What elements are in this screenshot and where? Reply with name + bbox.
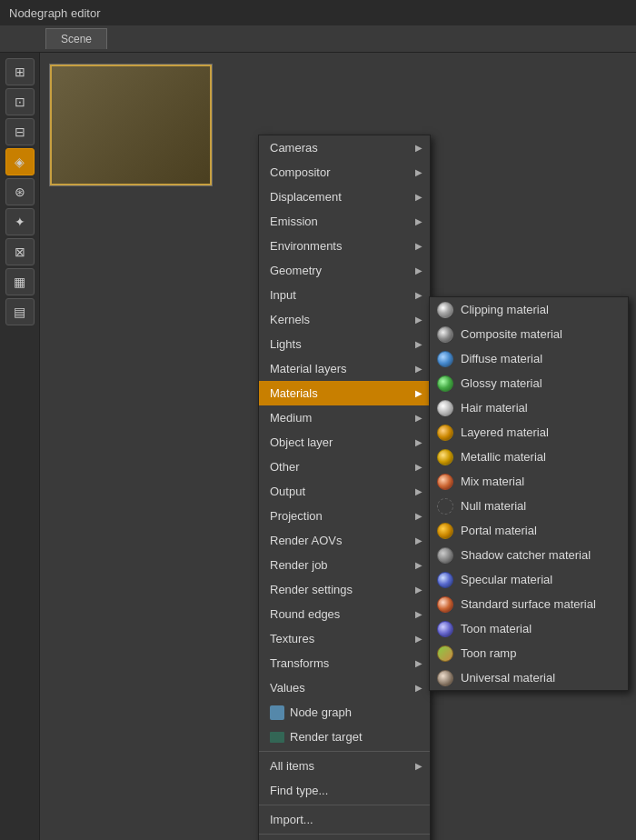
menu-kernels[interactable]: Kernels ▶ — [259, 307, 430, 332]
menu-other-label: Other — [270, 460, 300, 474]
menu-node-graph[interactable]: Node graph — [259, 700, 430, 725]
menu-object-layer[interactable]: Object layer ▶ — [259, 430, 430, 455]
sidebar-btn-9[interactable]: ▤ — [5, 298, 35, 325]
sidebar-btn-5[interactable]: ⊛ — [5, 178, 35, 205]
menu-render-job[interactable]: Render job ▶ — [259, 553, 430, 577]
menu-displacement[interactable]: Displacement ▶ — [259, 185, 430, 209]
portal-material-icon — [437, 523, 453, 539]
diffuse-material-icon — [437, 351, 453, 367]
emission-arrow: ▶ — [415, 216, 422, 226]
submenu-toon-material[interactable]: Toon material — [430, 616, 628, 641]
output-arrow: ▶ — [415, 486, 422, 496]
menu-input[interactable]: Input ▶ — [259, 283, 430, 307]
sidebar-btn-2[interactable]: ⊡ — [5, 88, 35, 115]
menu-lights[interactable]: Lights ▶ — [259, 332, 430, 356]
submenu-diffuse-material[interactable]: Diffuse material — [430, 346, 628, 371]
submenu-metallic-material[interactable]: Metallic material — [430, 445, 628, 469]
menu-import-label: Import... — [270, 813, 313, 826]
submenu-composite-material[interactable]: Composite material — [430, 322, 628, 346]
menu-material-layers[interactable]: Material layers ▶ — [259, 356, 430, 381]
sidebar-btn-3[interactable]: ⊟ — [5, 118, 35, 145]
submenu-clipping-material[interactable]: Clipping material — [430, 297, 628, 322]
input-arrow: ▶ — [415, 290, 422, 300]
menu-textures-label: Textures — [270, 632, 314, 645]
separator-1 — [259, 751, 430, 752]
menu-materials[interactable]: Materials ▶ — [259, 381, 430, 405]
menu-render-settings[interactable]: Render settings ▶ — [259, 577, 430, 602]
menu-cameras[interactable]: Cameras ▶ — [259, 135, 430, 160]
menu-all-items-label: All items — [270, 759, 314, 773]
menu-import[interactable]: Import... — [259, 807, 430, 832]
submenu-mix-material[interactable]: Mix material — [430, 469, 628, 494]
composite-material-label: Composite material — [461, 327, 562, 341]
sidebar-btn-4[interactable]: ◈ — [5, 148, 35, 175]
menu-geometry[interactable]: Geometry ▶ — [259, 258, 430, 283]
submenu-hair-material[interactable]: Hair material — [430, 395, 628, 420]
menu-compositor-label: Compositor — [270, 165, 330, 179]
compositor-arrow: ▶ — [415, 167, 422, 177]
sidebar: ⊞ ⊡ ⊟ ◈ ⊛ ✦ ⊠ ▦ ▤ — [0, 53, 40, 840]
render-aovs-arrow: ▶ — [415, 535, 422, 545]
sidebar-btn-6[interactable]: ✦ — [5, 208, 35, 235]
menu-geometry-label: Geometry — [270, 264, 322, 277]
menu-cameras-label: Cameras — [270, 141, 318, 155]
canvas-area: Cameras ▶ Compositor ▶ Displacement ▶ Em… — [40, 53, 636, 840]
mix-material-icon — [437, 474, 453, 490]
cameras-arrow: ▶ — [415, 143, 422, 153]
menu-input-label: Input — [270, 288, 296, 302]
sidebar-btn-8[interactable]: ▦ — [5, 268, 35, 295]
scene-tab[interactable]: Scene — [45, 28, 107, 49]
node-graph-icon — [270, 705, 284, 720]
specular-material-icon — [437, 572, 453, 588]
menu-material-layers-label: Material layers — [270, 362, 347, 375]
menu-environments[interactable]: Environments ▶ — [259, 234, 430, 258]
menu-render-aovs[interactable]: Render AOVs ▶ — [259, 528, 430, 553]
submenu-shadow-catcher-material[interactable]: Shadow catcher material — [430, 543, 628, 567]
round-edges-arrow: ▶ — [415, 609, 422, 619]
menu-output[interactable]: Output ▶ — [259, 479, 430, 504]
menu-transforms[interactable]: Transforms ▶ — [259, 651, 430, 675]
submenu-toon-ramp[interactable]: Toon ramp — [430, 641, 628, 665]
material-layers-arrow: ▶ — [415, 364, 422, 374]
menu-values[interactable]: Values ▶ — [259, 675, 430, 700]
submenu-portal-material[interactable]: Portal material — [430, 518, 628, 543]
geometry-arrow: ▶ — [415, 265, 422, 275]
menu-render-settings-label: Render settings — [270, 583, 353, 596]
mix-material-label: Mix material — [461, 475, 524, 488]
values-arrow: ▶ — [415, 683, 422, 693]
menu-displacement-label: Displacement — [270, 190, 342, 204]
title-bar: Nodegraph editor — [0, 0, 636, 25]
submenu-universal-material[interactable]: Universal material — [430, 665, 628, 690]
submenu-standard-surface-material[interactable]: Standard surface material — [430, 592, 628, 616]
toon-ramp-label: Toon ramp — [461, 646, 516, 660]
main-context-menu: Cameras ▶ Compositor ▶ Displacement ▶ Em… — [258, 135, 431, 840]
submenu-specular-material[interactable]: Specular material — [430, 567, 628, 592]
menu-round-edges[interactable]: Round edges ▶ — [259, 602, 430, 626]
toon-ramp-icon — [437, 645, 453, 662]
submenu-null-material[interactable]: Null material — [430, 494, 628, 518]
render-job-arrow: ▶ — [415, 560, 422, 570]
menu-textures[interactable]: Textures ▶ — [259, 626, 430, 651]
menu-other[interactable]: Other ▶ — [259, 455, 430, 479]
specular-material-label: Specular material — [461, 573, 552, 586]
menu-projection[interactable]: Projection ▶ — [259, 504, 430, 528]
standard-surface-material-label: Standard surface material — [461, 597, 596, 611]
sidebar-btn-7[interactable]: ⊠ — [5, 238, 35, 265]
submenu-glossy-material[interactable]: Glossy material — [430, 371, 628, 395]
menu-emission[interactable]: Emission ▶ — [259, 209, 430, 234]
menu-render-job-label: Render job — [270, 558, 328, 572]
menu-find-type[interactable]: Find type... — [259, 778, 430, 803]
menu-all-items[interactable]: All items ▶ — [259, 754, 430, 778]
portal-material-label: Portal material — [461, 524, 537, 537]
sidebar-btn-1[interactable]: ⊞ — [5, 58, 35, 85]
menu-medium-label: Medium — [270, 411, 312, 425]
render-settings-arrow: ▶ — [415, 585, 422, 595]
null-material-label: Null material — [461, 499, 526, 513]
layered-material-icon — [437, 425, 453, 441]
menu-render-target[interactable]: Render target — [259, 725, 430, 749]
glossy-material-label: Glossy material — [461, 376, 542, 390]
submenu-layered-material[interactable]: Layered material — [430, 420, 628, 445]
menu-compositor[interactable]: Compositor ▶ — [259, 160, 430, 185]
all-items-arrow: ▶ — [415, 761, 422, 771]
menu-medium[interactable]: Medium ▶ — [259, 405, 430, 430]
